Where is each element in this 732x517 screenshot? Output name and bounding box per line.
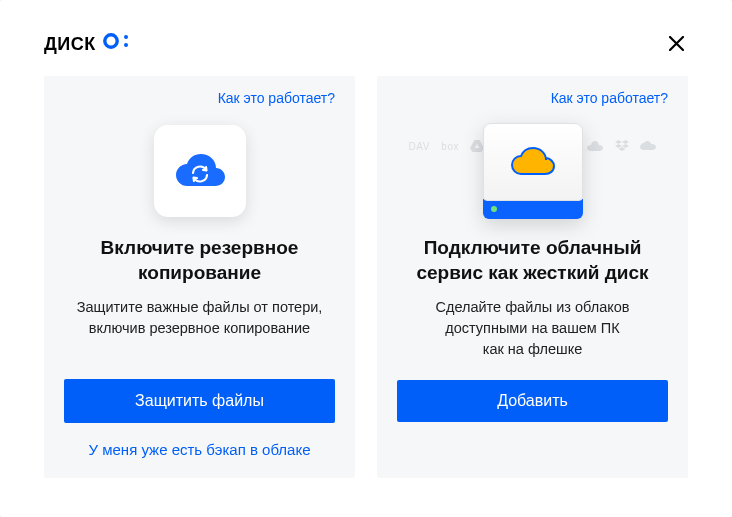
close-button[interactable]: [664, 31, 688, 55]
connect-how-link[interactable]: Как это работает?: [551, 90, 668, 106]
drive-led-icon: [491, 206, 497, 212]
backup-how-link[interactable]: Как это работает?: [218, 90, 335, 106]
protect-files-button[interactable]: Защитить файлы: [64, 379, 335, 423]
connect-illustration: DAV box: [397, 112, 668, 230]
svg-point-0: [105, 34, 117, 46]
cloud-sync-icon: [172, 151, 228, 191]
backup-icon-tile: [154, 125, 246, 217]
backup-card: Как это работает? Включите резервное ко: [44, 76, 355, 478]
header: ДИСК: [44, 28, 688, 58]
add-button[interactable]: Добавить: [397, 380, 668, 422]
connect-title: Подключите облачный сервис как жесткий д…: [397, 236, 668, 285]
backup-desc: Защитите важные файлы от потери, включив…: [70, 297, 330, 339]
dav-icon: DAV: [409, 141, 430, 152]
connect-desc: Сделайте файлы из облаков доступными на …: [403, 297, 663, 360]
cards-row: Как это работает? Включите резервное ко: [44, 76, 688, 478]
logo-text: ДИСК: [44, 34, 96, 55]
mailru-cloud-icon: [509, 146, 557, 178]
app-logo: ДИСК: [44, 32, 129, 55]
connect-card: Как это работает? DAV box: [377, 76, 688, 478]
close-icon: [669, 36, 684, 51]
have-backup-link[interactable]: У меня уже есть бэкап в облаке: [89, 441, 311, 458]
onedrive-icon: [640, 141, 656, 151]
svg-point-1: [124, 35, 128, 39]
logo-o-icon: [102, 32, 129, 50]
drive-icon: [483, 123, 583, 219]
backup-illustration: [64, 112, 335, 230]
onboarding-window: ДИСК Как это работает?: [0, 0, 732, 517]
box-icon: box: [441, 141, 459, 152]
dropbox-icon: [615, 140, 629, 152]
svg-point-2: [124, 43, 128, 47]
backup-title: Включите резервное копирование: [64, 236, 335, 285]
pcloud-icon: [587, 141, 603, 151]
